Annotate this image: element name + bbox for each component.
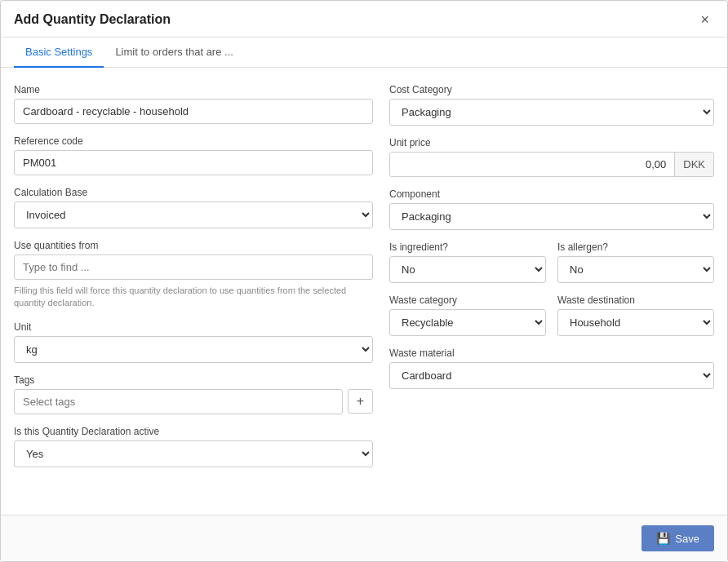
component-select[interactable]: Packaging [389,203,714,230]
cost-cat-label: Cost Category [389,84,714,95]
is-ingredient-field-group: Is ingredient? No Yes [389,241,546,283]
name-input[interactable] [14,99,373,124]
unit-field-group: Unit kg [14,321,373,363]
tags-input[interactable] [14,389,343,414]
component-field-group: Component Packaging [389,188,714,230]
save-button[interactable]: 💾 Save [641,525,714,551]
waste-mat-label: Waste material [389,347,714,359]
modal-footer: 💾 Save [1,515,727,561]
tab-basic-settings[interactable]: Basic Settings [14,38,104,68]
tab-limit-orders[interactable]: Limit to orders that are ... [104,38,245,68]
use-qty-field-group: Use quantities from Filling this field w… [14,240,373,310]
waste-cat-label: Waste category [389,294,546,306]
is-ingredient-select[interactable]: No Yes [389,256,546,283]
tags-field-group: Tags + [14,374,373,414]
is-allergen-label: Is allergen? [557,241,714,253]
waste-dest-label: Waste destination [557,294,714,306]
is-allergen-select[interactable]: No Yes [557,256,714,283]
modal-title: Add Quantity Declaration [14,12,171,27]
name-field-group: Name [14,84,373,124]
ref-code-label: Reference code [14,135,373,147]
modal-body: Name Reference code Calculation Base Inv… [1,68,727,515]
calc-base-select[interactable]: Invoiced [14,201,373,228]
active-field-group: Is this Quantity Declaration active Yes … [14,426,373,467]
left-column: Name Reference code Calculation Base Inv… [14,84,373,498]
modal-header: Add Quantity Declaration × [1,1,727,38]
cost-cat-field-group: Cost Category Packaging [389,84,714,126]
right-column: Cost Category Packaging Unit price DKK C… [389,84,714,498]
unit-price-currency: DKK [674,153,713,176]
unit-price-row: DKK [389,152,714,177]
waste-dest-select[interactable]: Household Commercial [557,309,714,336]
waste-cat-dest-row: Waste category Recyclable Non-recyclable… [389,294,714,336]
unit-price-input[interactable] [390,153,674,176]
waste-cat-select[interactable]: Recyclable Non-recyclable [389,309,546,336]
tags-row: + [14,389,373,414]
unit-price-label: Unit price [389,137,714,148]
modal: Add Quantity Declaration × Basic Setting… [0,0,728,562]
close-button[interactable]: × [695,11,714,29]
is-allergen-field-group: Is allergen? No Yes [557,241,714,283]
name-label: Name [14,84,373,95]
waste-mat-select[interactable]: Cardboard Plastic Glass [389,362,714,389]
unit-price-field-group: Unit price DKK [389,137,714,177]
waste-cat-field-group: Waste category Recyclable Non-recyclable [389,294,546,336]
cost-cat-select[interactable]: Packaging [389,99,714,126]
use-qty-hint: Filling this field will force this quant… [14,285,373,310]
active-select[interactable]: Yes No [14,440,373,467]
use-qty-label: Use quantities from [14,240,373,251]
add-tag-button[interactable]: + [348,389,373,414]
use-qty-input[interactable] [14,254,373,280]
waste-mat-field-group: Waste material Cardboard Plastic Glass [389,347,714,389]
calc-base-label: Calculation Base [14,187,373,198]
ref-code-field-group: Reference code [14,135,373,175]
is-ingredient-label: Is ingredient? [389,241,546,253]
unit-label: Unit [14,321,373,333]
calc-base-field-group: Calculation Base Invoiced [14,187,373,228]
active-label: Is this Quantity Declaration active [14,426,373,437]
ingredient-allergen-row: Is ingredient? No Yes Is allergen? No Ye… [389,241,714,283]
waste-dest-field-group: Waste destination Household Commercial [557,294,714,336]
component-label: Component [389,188,714,200]
unit-select[interactable]: kg [14,336,373,363]
save-label: Save [675,533,699,545]
ref-code-input[interactable] [14,150,373,175]
tags-label: Tags [14,374,373,386]
save-icon: 💾 [656,532,670,545]
tabs-bar: Basic Settings Limit to orders that are … [1,38,727,68]
